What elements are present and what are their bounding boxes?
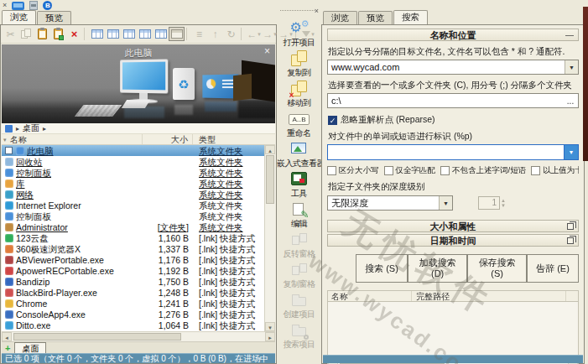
bluetooth-icon[interactable]: B — [43, 1, 52, 10]
file-row[interactable]: 360极速浏览器X1,337 B[.lnk] 快捷方式 — [2, 243, 264, 254]
browse-button[interactable]: ... — [563, 94, 578, 107]
folders-input[interactable]: c:\ ... — [327, 93, 579, 108]
file-row[interactable]: 此电脑系统文件夹 — [2, 145, 264, 156]
monitor-icon[interactable] — [12, 2, 24, 10]
checkbox[interactable] — [384, 166, 393, 175]
depth-spinner[interactable]: 1 ▲▼ — [478, 196, 506, 210]
close-button[interactable]: 告辞 (E) — [527, 254, 579, 283]
file-row[interactable]: Ditto.exe1,064 B[.lnk] 快捷方式 — [2, 320, 264, 330]
copy-icon[interactable] — [18, 27, 34, 41]
file-row[interactable]: Administrator[文件夹]系统文件夹 — [2, 221, 264, 232]
file-row[interactable]: 库系统文件夹 — [2, 178, 264, 189]
add-tab-button[interactable]: + — [5, 344, 10, 353]
horizontal-scrollbar[interactable]: ◂ ▸ — [2, 331, 275, 341]
view-list-icon[interactable] — [105, 27, 121, 41]
breadcrumb[interactable]: ▸ 桌面 ▸ — [2, 123, 275, 134]
file-row[interactable]: 网络系统文件夹 — [2, 189, 264, 200]
breadcrumb-root-icon[interactable] — [5, 125, 13, 133]
column-header-size[interactable]: 大小 — [143, 134, 193, 144]
load-search-button[interactable]: 加载搜索 (D) — [408, 254, 467, 283]
vertical-scrollbar[interactable]: ▴ ▾ — [264, 145, 275, 331]
filename-combobox[interactable]: www.wycad.com ▼ — [327, 60, 579, 75]
file-row[interactable]: ABViewerPortable.exe1,176 B[.lnk] 快捷方式 — [2, 254, 264, 265]
scroll-down-icon[interactable]: ▾ — [265, 322, 275, 331]
file-row[interactable]: 回收站系统文件夹 — [2, 156, 264, 167]
paste-special-icon[interactable] — [50, 27, 66, 41]
option-1[interactable]: 仅全字匹配 — [384, 165, 436, 176]
search-button[interactable]: 搜索 (S) — [356, 254, 408, 283]
right-tab-0[interactable]: 浏览 — [323, 11, 357, 24]
panel-button-rename[interactable]: A‥B重命名 — [277, 110, 321, 138]
refresh-icon[interactable]: ↻ — [223, 27, 239, 41]
panel-button-tools[interactable]: 工具 — [277, 170, 321, 199]
sync-panes-icon[interactable]: ≡ — [191, 27, 207, 41]
chevron-down-icon[interactable]: ▼ — [439, 196, 452, 210]
reparse-option[interactable]: ✓ 忽略重解析点 (Reparse) — [328, 114, 578, 126]
collapse-icon[interactable]: — — [565, 29, 574, 41]
option-3[interactable]: 以上值为十六进制 — [531, 165, 579, 176]
panel-button-edit[interactable]: ✎编辑 — [277, 200, 321, 229]
file-row[interactable]: 控制面板系统文件夹 — [2, 167, 264, 178]
back-icon[interactable]: ←▾ — [246, 27, 262, 41]
hscrollbar-thumb[interactable] — [13, 333, 181, 341]
view-current-icon[interactable] — [169, 27, 185, 41]
preview-close-icon[interactable]: × — [264, 45, 270, 57]
restore-section-icon[interactable] — [567, 223, 574, 230]
section-date-time[interactable]: 日期和时间 — [327, 234, 579, 247]
panel-button-move-to[interactable]: ×移动到 — [277, 80, 321, 108]
section-name-location[interactable]: 名称和位置 — — [327, 29, 579, 41]
reparse-checkbox[interactable]: ✓ — [328, 116, 337, 125]
file-row[interactable]: BlackBird-Player.exe1,248 B[.lnk] 快捷方式 — [2, 287, 264, 298]
file-row[interactable]: Chrome1,241 B[.lnk] 快捷方式 — [2, 298, 264, 309]
file-row[interactable]: Bandizip1,750 B[.lnk] 快捷方式 — [2, 276, 264, 287]
file-row[interactable]: ApowerRECPortable.exe1,192 B[.lnk] 快捷方式 — [2, 265, 264, 276]
file-row[interactable]: Internet Explorer系统文件夹 — [2, 200, 264, 211]
panel-button-search-item[interactable]: 搜索项目 — [277, 321, 321, 350]
checkbox[interactable] — [531, 166, 540, 175]
results-column-name[interactable]: 名称 — [328, 291, 412, 301]
mini-close-icon[interactable]: × — [3, 2, 7, 9]
paste-icon[interactable] — [34, 27, 50, 41]
depth-combobox[interactable]: 无限深度 ▼ — [327, 195, 453, 211]
cut-icon[interactable]: ✂ — [3, 27, 18, 41]
panel-button-create-item[interactable]: 创建项目 — [277, 291, 321, 320]
panel-button-swap-panes[interactable]: 反转窗格 — [277, 231, 321, 259]
up-folder-icon[interactable]: ↑ — [207, 27, 223, 41]
results-column-path[interactable]: 完整路径 — [412, 291, 566, 301]
folders-value[interactable]: c:\ — [328, 96, 563, 106]
panel-button-copy-to[interactable]: 复制到 — [277, 49, 321, 78]
option-2[interactable]: 不包含上述字词/短语 — [440, 165, 526, 176]
checkbox[interactable] — [440, 166, 450, 175]
scroll-right-icon[interactable]: ▸ — [265, 332, 275, 341]
file-row[interactable]: 123云盘1,160 B[.lnk] 快捷方式 — [2, 232, 264, 243]
filename-value[interactable]: www.wycad.com — [328, 62, 565, 72]
view-small-icons-icon[interactable] — [121, 27, 137, 41]
depth-value[interactable]: 无限深度 — [328, 197, 439, 210]
command-bar-close-icon[interactable]: × — [315, 7, 319, 15]
right-tab-1[interactable]: 预览 — [358, 11, 393, 24]
scroll-left-icon[interactable]: ◂ — [2, 332, 12, 341]
file-row[interactable]: 控制面板系统文件夹 — [2, 211, 264, 221]
spinner-arrows-icon[interactable]: ▲▼ — [501, 198, 506, 208]
view-icons-icon[interactable] — [137, 27, 153, 41]
drag-handle[interactable] — [280, 10, 315, 13]
spinner-value[interactable]: 1 — [478, 196, 500, 210]
scrollbar-thumb[interactable] — [266, 155, 274, 204]
view-thumbnails-icon[interactable] — [153, 27, 169, 41]
row-checkbox[interactable] — [5, 147, 13, 154]
save-search-button[interactable]: 保存搜索 (S) — [467, 254, 527, 283]
column-header-type[interactable]: 类型 — [193, 134, 275, 144]
file-row[interactable]: ConsoleApp4.exe1,276 B[.lnk] 快捷方式 — [2, 309, 264, 320]
option-0[interactable]: 区分大小写 — [327, 165, 379, 176]
delete-icon[interactable]: × — [66, 27, 82, 41]
left-tab-1[interactable]: 预览 — [37, 11, 71, 24]
panel-button-viewer[interactable]: 嵌入式查看器 — [277, 140, 321, 169]
column-header-name[interactable]: 名称 — [2, 134, 143, 144]
chevron-down-icon[interactable]: ▼ — [565, 60, 578, 74]
breadcrumb-segment[interactable]: 桌面 — [23, 122, 39, 134]
chevron-down-icon[interactable]: ▼ — [564, 145, 578, 159]
panel-button-gears[interactable]: ⚙⚙打开项目 — [277, 19, 321, 48]
right-tab-2[interactable]: 搜索 — [393, 10, 428, 24]
view-details-icon[interactable] — [89, 27, 105, 41]
panel-button-copy-pane[interactable]: 复制窗格 — [277, 261, 321, 289]
